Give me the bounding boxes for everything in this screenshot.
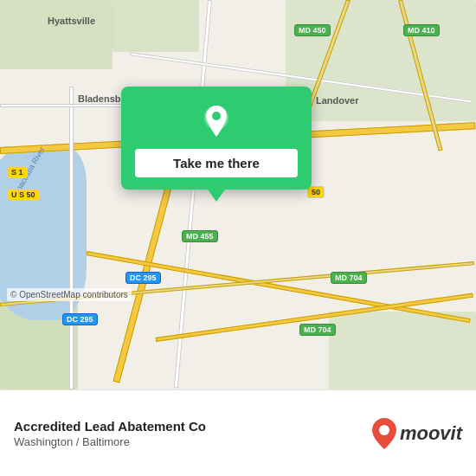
location-pin-icon xyxy=(197,102,235,140)
road-label-us50-left: U S 50 xyxy=(7,189,40,201)
map-container: Hyattsville Bladensburg Landover Anacost… xyxy=(0,0,476,389)
road-label-dc295-2: DC 295 xyxy=(62,313,98,325)
road-label-md704-2: MD 704 xyxy=(299,324,336,336)
park-area-2 xyxy=(113,0,199,52)
location-popup: Take me there xyxy=(121,87,312,190)
park-area-1 xyxy=(0,0,113,69)
moovit-logo: moovit xyxy=(372,418,462,449)
park-area-5 xyxy=(329,312,476,389)
road-label-md410: MD 410 xyxy=(403,24,440,36)
city-landover: Landover xyxy=(316,95,359,106)
moovit-pin-icon xyxy=(372,418,396,449)
take-me-there-button[interactable]: Take me there xyxy=(135,149,298,177)
map-attribution: © OpenStreetMap contributors xyxy=(7,288,132,301)
park-area-3 xyxy=(286,0,476,121)
location-info: Accredited Lead Abatement Co Washington … xyxy=(14,419,362,448)
location-title: Accredited Lead Abatement Co xyxy=(14,419,362,434)
moovit-brand-text: moovit xyxy=(400,422,462,445)
road-label-md704-1: MD 704 xyxy=(331,272,367,284)
city-hyattsville: Hyattsville xyxy=(48,16,95,26)
road-label-s1: S 1 xyxy=(7,166,28,178)
info-bar: Accredited Lead Abatement Co Washington … xyxy=(0,389,476,476)
road-label-us50-right: 50 xyxy=(307,186,325,198)
road-label-md450: MD 450 xyxy=(294,24,331,36)
svg-point-1 xyxy=(212,112,221,120)
road-label-dc295-1: DC 295 xyxy=(125,272,161,284)
road-v2 xyxy=(69,87,74,389)
location-subtitle: Washington / Baltimore xyxy=(14,435,362,448)
svg-point-2 xyxy=(379,425,389,435)
road-label-md455: MD 455 xyxy=(182,230,218,242)
